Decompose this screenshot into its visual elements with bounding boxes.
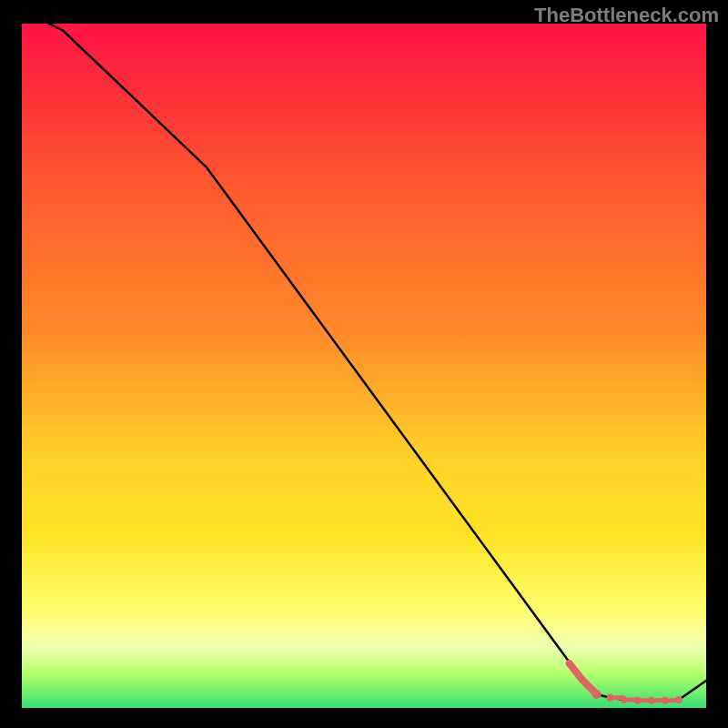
gradient-background (22, 24, 706, 708)
figure-root: { "watermark": "TheBottleneck.com", "col… (0, 0, 728, 728)
svg-point-12 (675, 696, 682, 703)
chart-svg (0, 0, 728, 728)
svg-point-1 (592, 690, 602, 699)
watermark-text: TheBottleneck.com (534, 4, 719, 27)
